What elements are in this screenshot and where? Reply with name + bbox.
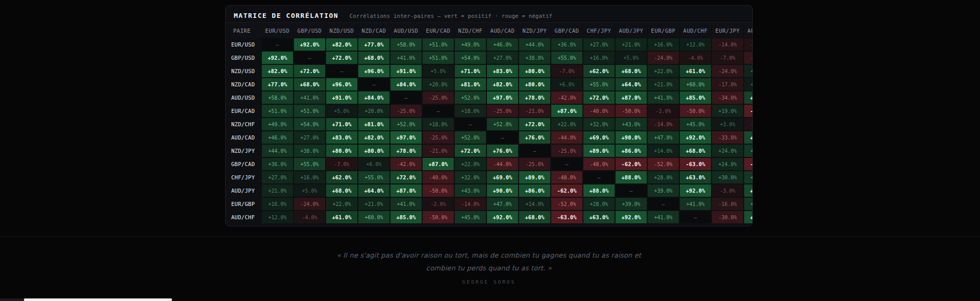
matrix-cell: +72.0%: [390, 171, 422, 183]
matrix-cell: +52.0%: [455, 91, 486, 104]
matrix-cell: +61.0%: [680, 65, 711, 77]
matrix-cell: +77.0%: [262, 78, 293, 90]
matrix-cell: +16.0%: [648, 38, 679, 51]
column-header: AUD/CHF: [680, 24, 711, 37]
matrix-cell: +52.0%: [390, 118, 422, 130]
matrix-cell: -63.0%: [680, 158, 711, 170]
matrix-cell: +39.0%: [616, 198, 647, 210]
matrix-cell: +44.0%: [262, 145, 293, 157]
row-label: NZD/CAD: [231, 78, 261, 90]
matrix-cell: +87.0%: [423, 158, 454, 170]
matrix-body: EUR/USD—+92.0%+82.0%+77.0%+58.0%+51.0%+4…: [231, 38, 753, 223]
matrix-cell: +80.0%: [326, 145, 357, 157]
matrix-cell: +83.0%: [487, 65, 518, 77]
matrix-row: GBP/CAD+36.0%+55.0%-7.0%+6.0%-42.0%+87.0…: [231, 158, 753, 170]
matrix-cell: -2.0%: [648, 105, 679, 117]
matrix-cell: +62.0%: [326, 171, 357, 183]
matrix-cell: +90.0%: [616, 131, 647, 144]
matrix-cell: +60.0%: [358, 211, 389, 223]
matrix-cell: +81.0%: [358, 118, 389, 130]
matrix-cell: +24.0%: [712, 145, 743, 157]
row-label: AUD/CHF: [231, 211, 261, 223]
matrix-cell: +61.0%: [326, 211, 357, 223]
matrix-cell: +51.0%: [262, 105, 293, 117]
matrix-cell: +12.0%: [262, 211, 293, 223]
matrix-cell: +68.0%: [680, 145, 711, 157]
horizontal-scrollbar-thumb[interactable]: [24, 298, 172, 301]
matrix-cell: +84.0%: [358, 91, 389, 104]
column-header: AUD/JPY: [616, 24, 647, 37]
matrix-cell: -10.0%: [744, 38, 753, 51]
matrix-cell: -7.0%: [326, 158, 357, 170]
matrix-cell: +64.0%: [616, 78, 647, 90]
matrix-cell: +50.0%: [744, 145, 753, 157]
matrix-cell: +6.0%: [358, 158, 389, 170]
matrix-cell: -25.0%: [390, 105, 422, 117]
matrix-cell: +54.0%: [455, 52, 486, 64]
matrix-cell: +68.0%: [616, 65, 647, 77]
matrix-cell: +92.0%: [262, 52, 293, 64]
matrix-cell: +36.0%: [262, 158, 293, 170]
matrix-cell: +72.0%: [519, 118, 550, 130]
matrix-cell: +49.0%: [262, 118, 293, 130]
matrix-cell: +19.0%: [712, 105, 743, 117]
matrix-cell: +71.0%: [326, 118, 357, 130]
matrix-cell: +36.0%: [551, 38, 582, 51]
matrix-cell: +44.0%: [519, 38, 550, 51]
matrix-cell: +52.0%: [455, 131, 486, 144]
matrix-cell: +47.0%: [487, 198, 518, 210]
matrix-cell: +54.0%: [294, 118, 325, 130]
matrix-cell: -3.0%: [712, 184, 743, 197]
matrix-cell: -52.0%: [648, 158, 679, 170]
matrix-row: AUD/CHF+12.0%-4.0%+61.0%+60.0%+85.0%-50.…: [231, 211, 753, 223]
column-header: EUR/JPY: [712, 24, 743, 37]
matrix-cell: -24.0%: [294, 198, 325, 210]
matrix-cell: +64.0%: [358, 184, 389, 197]
column-header: EUR/CAD: [423, 24, 454, 37]
matrix-cell: +65.0%: [744, 91, 753, 104]
matrix-cell: +68.0%: [326, 184, 357, 197]
matrix-cell: +55.0%: [583, 78, 615, 90]
matrix-cell: +52.0%: [487, 118, 518, 130]
matrix-cell: -48.0%: [551, 171, 582, 183]
matrix-row: CHF/JPY+27.0%+16.0%+62.0%+55.0%+72.0%-40…: [231, 171, 753, 183]
column-header: NZD/USD: [326, 24, 357, 37]
matrix-cell: +21.0%: [262, 184, 293, 197]
matrix-cell: +78.0%: [390, 145, 422, 157]
matrix-cell: +41.0%: [390, 52, 422, 64]
matrix-cell: +27.0%: [294, 131, 325, 144]
quote-author: GEORGE SOROS: [225, 279, 753, 285]
matrix-cell: +76.0%: [487, 145, 518, 157]
matrix-cell: +63.0%: [583, 211, 615, 223]
matrix-cell: +91.0%: [326, 91, 357, 104]
matrix-cell: -14.0%: [455, 198, 486, 210]
matrix-cell: +69.0%: [583, 131, 615, 144]
matrix-cell: -63.0%: [551, 211, 582, 223]
matrix-cell: —: [423, 105, 454, 117]
matrix-cell: +30.0%: [712, 171, 743, 183]
column-header-paire: PAIRE: [231, 24, 261, 37]
matrix-cell: -7.0%: [551, 65, 582, 77]
matrix-cell: +24.0%: [712, 158, 743, 170]
matrix-cell: +21.0%: [648, 78, 679, 90]
matrix-cell: +86.0%: [519, 184, 550, 197]
panel-subtitle: Corrélations inter-paires — vert = posit…: [350, 13, 552, 19]
matrix-cell: -62.0%: [616, 158, 647, 170]
row-label: AUD/CAD: [231, 131, 261, 144]
matrix-cell: -4.0%: [680, 52, 711, 64]
matrix-cell: +85.0%: [390, 211, 422, 223]
matrix-column-headers: PAIREEUR/USDGBP/USDNZD/USDNZD/CADAUD/USD…: [231, 24, 753, 37]
matrix-cell: +18.0%: [423, 118, 454, 130]
matrix-cell: +41.0%: [390, 198, 422, 210]
matrix-cell: +50.0%: [744, 198, 753, 210]
matrix-cell: +82.0%: [358, 131, 389, 144]
matrix-cell: -4.0%: [294, 211, 325, 223]
matrix-cell: +84.0%: [390, 78, 422, 90]
matrix-cell: -33.0%: [712, 131, 743, 144]
matrix-cell: -30.0%: [712, 211, 743, 223]
row-label: NZD/USD: [231, 65, 261, 77]
matrix-cell: -24.0%: [712, 65, 743, 77]
matrix-cell: +12.0%: [680, 38, 711, 51]
matrix-cell: -42.0%: [390, 158, 422, 170]
horizontal-scrollbar-track[interactable]: [0, 298, 24, 301]
